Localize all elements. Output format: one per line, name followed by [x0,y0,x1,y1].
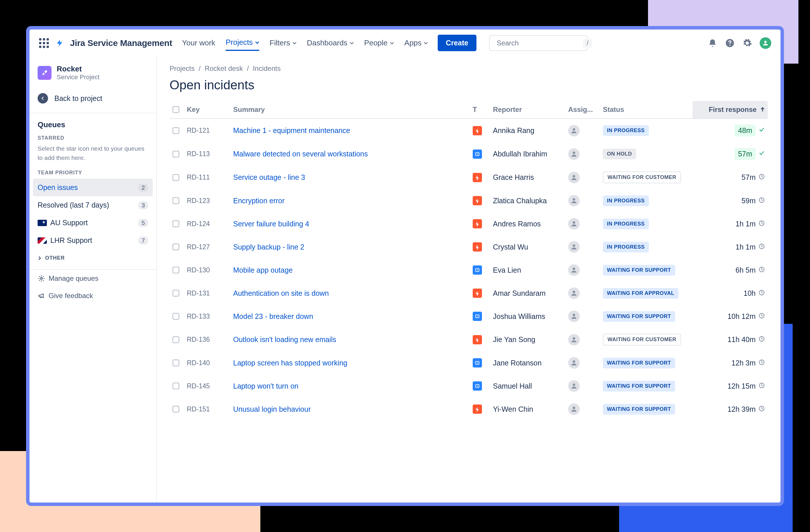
other-section[interactable]: OTHER [30,249,156,267]
issue-summary[interactable]: Outlook isn't loading new emails [233,335,336,344]
issue-summary[interactable]: Supply backup - line 2 [233,243,304,251]
assignee-avatar[interactable] [568,172,580,183]
status-badge[interactable]: WAITING FOR SUPPORT [603,265,675,276]
assignee-avatar[interactable] [568,125,580,136]
col-type[interactable]: T [470,101,490,118]
crumb-incidents[interactable]: Incidents [253,65,280,72]
crumb-projects[interactable]: Projects [169,65,195,72]
user-avatar[interactable] [760,37,771,49]
issue-key[interactable]: RD-131 [184,282,230,305]
queue-item[interactable]: LHR Support 7 [30,232,156,249]
issue-key[interactable]: RD-113 [184,142,230,166]
nav-filters[interactable]: Filters [270,36,296,50]
manage-queues[interactable]: Manage queues [30,270,156,287]
select-all-checkbox[interactable] [173,106,179,113]
issue-key[interactable]: RD-127 [184,235,230,259]
table-row: RD-124 Server failure building 4 Andres … [169,212,768,235]
issue-key[interactable]: RD-151 [184,398,230,421]
status-badge[interactable]: IN PROGRESS [603,242,649,252]
status-badge[interactable]: WAITING FOR SUPPORT [603,358,675,368]
issue-summary[interactable]: Encryption error [233,197,285,205]
issue-key[interactable]: RD-136 [184,328,230,351]
crumb-rocket-desk[interactable]: Rocket desk [205,65,243,72]
status-badge[interactable]: WAITING FOR SUPPORT [603,404,675,415]
col-assignee[interactable]: Assig... [565,101,600,118]
row-checkbox[interactable] [173,360,179,366]
search-input[interactable] [497,39,583,47]
issue-summary[interactable]: Machine 1 - equipment maintenance [233,126,350,134]
assignee-avatar[interactable] [568,311,580,322]
settings-icon[interactable] [742,38,752,48]
issue-key[interactable]: RD-121 [184,118,230,142]
status-badge[interactable]: IN PROGRESS [603,125,649,136]
issue-key[interactable]: RD-133 [184,305,230,328]
nav-apps[interactable]: Apps [404,36,428,50]
row-checkbox[interactable] [173,336,179,343]
status-badge[interactable]: ON HOLD [603,149,636,159]
notifications-icon[interactable] [708,38,717,48]
help-icon[interactable] [725,38,735,48]
app-switcher-icon[interactable] [39,38,49,48]
issue-summary[interactable]: Service outage - line 3 [233,173,305,181]
assignee-avatar[interactable] [568,287,580,299]
row-checkbox[interactable] [173,267,179,273]
status-badge[interactable]: WAITING FOR CUSTOMER [603,171,681,183]
project-header[interactable]: Rocket Service Project [30,65,156,88]
row-checkbox[interactable] [173,244,179,250]
assignee-avatar[interactable] [568,334,580,346]
assignee-avatar[interactable] [568,403,580,415]
issue-key[interactable]: RD-124 [184,212,230,235]
assignee-avatar[interactable] [568,241,580,253]
search-box[interactable]: / [489,35,587,51]
col-status[interactable]: Status [600,101,693,118]
row-checkbox[interactable] [173,406,179,413]
row-checkbox[interactable] [173,383,179,389]
row-checkbox[interactable] [173,313,179,320]
status-badge[interactable]: WAITING FOR APPROVAL [603,288,678,299]
issue-key[interactable]: RD-123 [184,189,230,212]
row-checkbox[interactable] [173,174,179,181]
back-to-project[interactable]: Back to project [30,88,156,112]
row-checkbox[interactable] [173,127,179,134]
nav-your-work[interactable]: Your work [182,36,215,50]
queue-item[interactable]: Resolved (last 7 days) 3 [30,196,156,214]
create-button[interactable]: Create [438,35,476,51]
row-checkbox[interactable] [173,151,179,157]
issue-summary[interactable]: Laptop won't turn on [233,382,298,390]
nav-dashboards[interactable]: Dashboards [307,36,354,50]
col-reporter[interactable]: Reporter [490,101,565,118]
col-key[interactable]: Key [184,101,230,118]
assignee-avatar[interactable] [568,357,580,369]
issue-summary[interactable]: Unusual login behaviour [233,405,311,413]
status-badge[interactable]: WAITING FOR SUPPORT [603,381,675,392]
issue-summary[interactable]: Server failure building 4 [233,220,309,228]
issue-key[interactable]: RD-145 [184,375,230,398]
issue-summary[interactable]: Authentication on site is down [233,289,329,297]
issue-summary[interactable]: Mobile app outage [233,266,293,274]
assignee-avatar[interactable] [568,264,580,276]
status-badge[interactable]: WAITING FOR SUPPORT [603,311,675,322]
give-feedback[interactable]: Give feedback [30,287,156,304]
assignee-avatar[interactable] [568,218,580,230]
col-first-response[interactable]: First response [693,101,768,118]
issue-summary[interactable]: Malware detected on several workstations [233,150,368,158]
issue-summary[interactable]: Model 23 - breaker down [233,312,313,320]
queue-item[interactable]: AU Support 5 [30,214,156,232]
row-checkbox[interactable] [173,290,179,297]
status-badge[interactable]: IN PROGRESS [603,219,649,229]
row-checkbox[interactable] [173,220,179,227]
nav-projects[interactable]: Projects [226,35,259,51]
nav-people[interactable]: People [364,36,394,50]
issue-key[interactable]: RD-140 [184,351,230,375]
issue-key[interactable]: RD-111 [184,166,230,189]
assignee-avatar[interactable] [568,195,580,206]
issue-key[interactable]: RD-130 [184,259,230,282]
issue-summary[interactable]: Laptop screen has stopped working [233,359,347,367]
assignee-avatar[interactable] [568,148,580,160]
queue-item[interactable]: Open issues 2 [33,179,153,196]
assignee-avatar[interactable] [568,380,580,392]
row-checkbox[interactable] [173,197,179,204]
col-summary[interactable]: Summary [230,101,470,118]
status-badge[interactable]: WAITING FOR CUSTOMER [603,334,681,346]
status-badge[interactable]: IN PROGRESS [603,196,649,206]
